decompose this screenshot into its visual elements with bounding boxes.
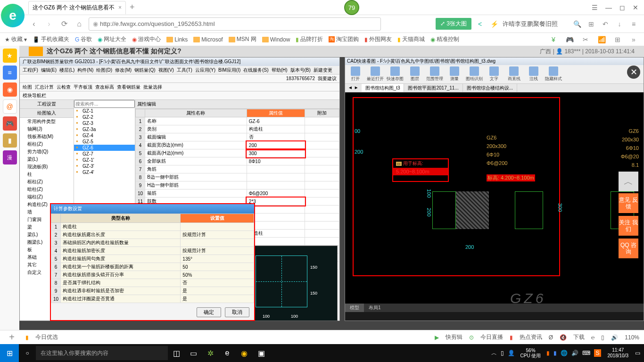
sidebar-game-icon[interactable]: 🎮: [3, 116, 17, 131]
tray-network-icon[interactable]: 🌐: [561, 350, 568, 356]
bookmark-item[interactable]: 📱手机收藏夹: [33, 35, 69, 43]
component-item[interactable]: GZ-1': [74, 157, 135, 163]
download-icon[interactable]: ↓: [614, 18, 625, 30]
menu-item[interactable]: 构件(N): [77, 67, 93, 74]
bookmark-item[interactable]: G谷歌: [75, 35, 92, 43]
sidebar-star-icon[interactable]: ★: [3, 49, 17, 63]
close-icon[interactable]: ✕: [633, 4, 638, 11]
big-image-button[interactable]: ⤢ 3张大图: [436, 18, 471, 30]
bookmark-item[interactable]: ◉游戏中心: [132, 35, 161, 43]
bookmark-item[interactable]: MSN 网: [229, 35, 256, 43]
toolbar-btn[interactable]: 查看钢筋量: [117, 84, 140, 90]
tray-volume-icon[interactable]: 🔊: [571, 350, 578, 356]
cad-tool-open[interactable]: 打开: [346, 66, 365, 82]
toolbar-btn[interactable]: 平齐板顶: [74, 84, 92, 90]
bookmark-item[interactable]: ◉网址大全: [98, 35, 126, 43]
speed-badge[interactable]: 79: [344, 0, 359, 15]
zoom-label[interactable]: 110%: [625, 334, 639, 341]
play-icon[interactable]: ⊙: [469, 334, 474, 341]
component-item[interactable]: GZ-3a: [74, 126, 135, 132]
cad-tool-recent[interactable]: 最近打开: [366, 66, 385, 82]
menu-item[interactable]: 帮助(H): [272, 67, 288, 74]
block-icon[interactable]: Ø: [549, 334, 553, 341]
flash-icon[interactable]: ⚡: [488, 18, 500, 30]
param-row[interactable]: 1构造柱: [51, 223, 254, 231]
component-item[interactable]: GZ-5: [74, 139, 135, 145]
param-row[interactable]: 3基础插筋区内的构造柱箍筋数量: [51, 239, 254, 247]
suggest-button[interactable]: 我要建议: [318, 75, 337, 82]
cad-tool-text[interactable]: 文字: [485, 66, 504, 82]
tray-ime-icon[interactable]: S: [594, 349, 601, 357]
taskbar-app-icon[interactable]: e: [219, 344, 236, 362]
refresh-button[interactable]: ⟳: [58, 18, 70, 30]
bookmark-item[interactable]: Links: [166, 36, 188, 43]
property-row[interactable]: 10箍筋Φ6@200: [136, 189, 339, 197]
home-button[interactable]: ⌂: [74, 18, 85, 30]
param-row[interactable]: 2构造柱纵筋露出长度按规范计算: [51, 231, 254, 239]
component-item[interactable]: GZ-6: [74, 145, 135, 151]
close-overlay-button[interactable]: ✕: [627, 66, 640, 79]
tray-icon[interactable]: ▮: [546, 350, 550, 356]
param-row[interactable]: 11圆形箍筋的搭接长度max(Lae, 300): [51, 303, 254, 304]
cad-tab[interactable]: 图书馆平面图2017_11...: [404, 84, 462, 92]
tree-item[interactable]: 轴网(J): [20, 125, 74, 133]
status-item[interactable]: 今日直播: [480, 333, 503, 341]
search-suggestion[interactable]: 许晴李亚鹏聚餐旧照: [503, 20, 569, 28]
property-row[interactable]: 3截面编辑否: [136, 133, 339, 141]
sound-icon[interactable]: 🔊: [611, 334, 618, 341]
tray-people-icon[interactable]: 👤: [508, 350, 515, 356]
component-item[interactable]: GZ-3': [74, 163, 135, 169]
sidebar-manga-icon[interactable]: 漫: [3, 150, 17, 165]
component-item[interactable]: GZ-7: [74, 151, 135, 157]
menu-item[interactable]: 在线服务(S): [243, 67, 268, 74]
tray-icon[interactable]: ▮: [553, 350, 557, 356]
cortana-icon[interactable]: ○: [19, 344, 36, 362]
param-row[interactable]: 10构造柱过洋圈梁是否贯通是: [51, 295, 254, 303]
menu-item[interactable]: 云应用(Y): [195, 67, 215, 74]
component-item[interactable]: GZ-1: [74, 108, 135, 114]
toolbar-btn[interactable]: 查改标高: [95, 84, 114, 90]
task-view-icon[interactable]: ◫: [168, 344, 185, 362]
bookmark-item[interactable]: 淘淘宝团购: [329, 35, 359, 43]
menu-item[interactable]: 楼层(L): [59, 67, 74, 74]
feedback-button[interactable]: 意见 反馈: [619, 193, 638, 213]
sidebar-doc-icon[interactable]: ≡: [3, 66, 17, 80]
tool-icon[interactable]: ▯: [601, 334, 604, 341]
back-button[interactable]: ‹: [28, 18, 40, 30]
tool-icon[interactable]: ℮: [591, 334, 594, 341]
property-row[interactable]: 7角筋: [136, 165, 339, 173]
toolbar-btn[interactable]: 批量选择: [143, 84, 162, 90]
tree-item[interactable]: 梁(L): [20, 156, 74, 163]
start-button[interactable]: ⊞: [0, 344, 19, 362]
property-row[interactable]: 5截面高(H边)(mm)300: [136, 149, 339, 157]
taskbar-app-icon[interactable]: ▭: [185, 344, 202, 362]
param-row[interactable]: 6构造柱第一个箍筋距楼板面的距离50: [51, 263, 254, 271]
tree-item[interactable]: 现浇板(B): [20, 163, 74, 171]
tree-item[interactable]: 框柱(Z): [20, 140, 74, 148]
bookmark-item[interactable]: Window: [262, 36, 290, 43]
history-icon[interactable]: ↶: [600, 18, 611, 30]
menu-icon[interactable]: ≡: [628, 18, 639, 30]
param-row[interactable]: 9构造柱遇非框时箍筋是否加密是: [51, 287, 254, 295]
component-item[interactable]: GZ-3: [74, 120, 135, 126]
tray-icon[interactable]: ▯: [501, 350, 504, 356]
cad-canvas[interactable]: ▭ 用于标高: 5.200~8.100m GZ6 200x300 6Φ10 Φ6…: [345, 92, 644, 312]
tray-keyboard-icon[interactable]: ⌨: [582, 350, 590, 356]
cancel-button[interactable]: 取消: [225, 307, 249, 317]
taskbar-app-icon[interactable]: ◉: [236, 344, 253, 362]
game-icon[interactable]: 🎮: [564, 34, 575, 45]
toolbar-btn[interactable]: 云检查: [57, 84, 71, 90]
menu-item[interactable]: 绘图(D): [96, 67, 112, 74]
wifi-icon[interactable]: 📶: [596, 34, 607, 45]
tray-chevron-icon[interactable]: ︿: [491, 349, 497, 357]
menu-item[interactable]: 工程(F): [23, 67, 38, 74]
component-item[interactable]: GZ-4': [74, 169, 135, 175]
minimize-icon[interactable]: —: [605, 4, 612, 11]
today-label[interactable]: 今日优选: [35, 333, 58, 341]
param-row[interactable]: 7构造柱纵筋搭接头错开百分率50%: [51, 271, 254, 279]
property-row[interactable]: 8B边一侧中部筋: [136, 173, 339, 181]
property-row[interactable]: 4截面宽(B边)(mm)200: [136, 141, 339, 149]
notification-icon[interactable]: ▭: [635, 350, 640, 356]
tree-item[interactable]: 柱: [20, 171, 74, 178]
param-row[interactable]: 5构造柱箍筋间勾角度135°: [51, 255, 254, 263]
